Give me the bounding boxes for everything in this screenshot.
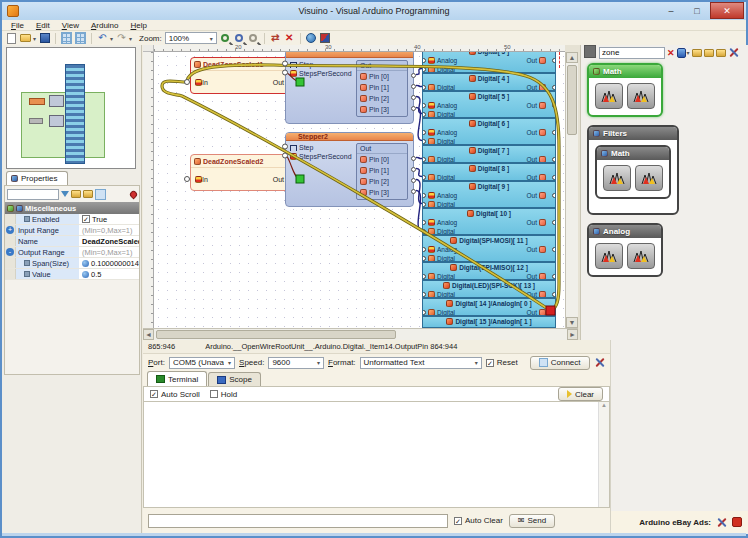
output-pin[interactable] bbox=[552, 130, 556, 135]
output-pin[interactable] bbox=[411, 95, 416, 100]
output-pin[interactable] bbox=[552, 193, 556, 198]
property-value[interactable]: 0.1000000014901 bbox=[80, 258, 139, 268]
property-row[interactable]: Value0.5 bbox=[5, 269, 139, 280]
reset-checkbox[interactable]: ✓ Reset bbox=[486, 358, 518, 367]
expand-icon[interactable]: + bbox=[6, 226, 14, 234]
close-button[interactable]: ✕ bbox=[710, 2, 744, 19]
group-header[interactable]: Filters bbox=[589, 127, 677, 140]
channel-block[interactable]: Digital[ 3 ]AnalogOutDigital bbox=[422, 52, 556, 73]
component-search-input[interactable] bbox=[599, 47, 665, 59]
format-select[interactable]: Unformatted Text ▾ bbox=[360, 357, 482, 369]
input-pin[interactable] bbox=[422, 310, 426, 315]
zoom-select[interactable]: 100% ▾ bbox=[165, 32, 217, 44]
scroll-up-button[interactable]: ▲ bbox=[599, 402, 609, 408]
channel-block[interactable]: Digital[ 9 ]AnalogOutDigital bbox=[422, 181, 556, 208]
channel-block[interactable]: Digital[ 10 ]AnalogOutDigital bbox=[422, 208, 556, 235]
property-row[interactable]: Enabled✓True bbox=[5, 214, 139, 225]
menu-edit[interactable]: Edit bbox=[31, 21, 55, 30]
auto-clear-checkbox[interactable]: ✓ Auto Clear bbox=[454, 516, 503, 525]
component-tile[interactable] bbox=[595, 243, 623, 269]
property-row[interactable]: Span(Size)0.1000000014901 bbox=[5, 258, 139, 269]
block-header[interactable]: DeadZoneScaled1 bbox=[191, 58, 297, 71]
input-pin[interactable] bbox=[185, 177, 190, 182]
undo-icon[interactable]: ↶ bbox=[97, 33, 108, 44]
input-pin[interactable] bbox=[422, 292, 426, 297]
component-tile[interactable] bbox=[595, 83, 623, 109]
channel-block[interactable]: Digital[ 5 ]AnalogOutDigital bbox=[422, 91, 556, 118]
input-pin[interactable] bbox=[422, 67, 426, 72]
block-deadzonescaled1[interactable]: DeadZoneScaled1 In Out bbox=[190, 57, 298, 94]
tab-scope[interactable]: Scope bbox=[208, 372, 261, 386]
output-pin[interactable] bbox=[411, 167, 416, 172]
output-pin[interactable] bbox=[552, 58, 556, 63]
component-tile[interactable] bbox=[603, 165, 631, 191]
channel-block[interactable]: Digital[ 15 ]/AnalogIn[ 1 ] bbox=[422, 316, 556, 328]
output-pin[interactable] bbox=[552, 103, 556, 108]
redo-dropdown-icon[interactable]: ▾ bbox=[129, 35, 132, 42]
toggle-panels-icon[interactable] bbox=[61, 32, 72, 44]
zoom-out-icon[interactable] bbox=[235, 34, 243, 42]
output-pin[interactable] bbox=[411, 189, 416, 194]
expand-all-icon[interactable] bbox=[71, 190, 81, 198]
channel-block[interactable]: Digital(SPI-MOSI)[ 11 ]AnalogOutDigital bbox=[422, 235, 556, 262]
block-header[interactable]: DeadZoneScaled2 bbox=[191, 155, 297, 168]
output-pin[interactable] bbox=[411, 178, 416, 183]
block-deadzonescaled2[interactable]: DeadZoneScaled2 In Out bbox=[190, 154, 298, 191]
terminal-scrollbar[interactable]: ▲ bbox=[598, 402, 609, 507]
save-project-icon[interactable] bbox=[40, 33, 50, 43]
tab-properties[interactable]: Properties bbox=[6, 171, 68, 185]
input-pin[interactable] bbox=[422, 157, 426, 162]
toolbox-settings-icon[interactable] bbox=[728, 47, 739, 58]
diagram-area[interactable]: DeadZoneScaled1 In Out StepStepsPerSecon… bbox=[154, 52, 565, 328]
property-row[interactable]: -Output Range(Min=0,Max=1) bbox=[5, 247, 139, 258]
channel-block[interactable]: Digital(LED)(SPI-SCK)[ 13 ]DigitalOut bbox=[422, 280, 556, 298]
property-filter-input[interactable] bbox=[7, 189, 59, 200]
maximize-button[interactable]: □ bbox=[684, 2, 710, 19]
input-pin[interactable] bbox=[422, 247, 426, 252]
input-pin[interactable] bbox=[422, 202, 426, 207]
output-pin[interactable] bbox=[552, 292, 556, 297]
block-title-bar[interactable]: Stepper2 bbox=[286, 133, 413, 141]
sync-icon[interactable]: ⇄ bbox=[270, 33, 281, 44]
package-icon[interactable] bbox=[320, 33, 330, 43]
property-row[interactable]: +Input Range(Min=0,Max=1) bbox=[5, 225, 139, 236]
send-button[interactable]: ✉ Send bbox=[509, 514, 555, 528]
input-pin[interactable] bbox=[422, 175, 426, 180]
delete-icon[interactable]: ✕ bbox=[284, 33, 295, 44]
open-dropdown-icon[interactable]: ▾ bbox=[33, 35, 36, 42]
overview-thumbnail[interactable] bbox=[6, 47, 136, 169]
speed-select[interactable]: 9600 ▾ bbox=[268, 357, 324, 369]
menu-arduino[interactable]: Arduino bbox=[86, 21, 124, 30]
component-tile[interactable] bbox=[627, 83, 655, 109]
channel-block[interactable]: Digital[ 7 ]DigitalOut bbox=[422, 145, 556, 163]
filter-view-icon[interactable] bbox=[677, 48, 686, 58]
menu-file[interactable]: File bbox=[6, 21, 29, 30]
component-group-analog[interactable]: Analog bbox=[587, 223, 663, 277]
scroll-up-button[interactable]: ▲ bbox=[566, 52, 578, 63]
checkbox-checked-icon[interactable]: ✓ bbox=[82, 215, 90, 223]
menu-view[interactable]: View bbox=[57, 21, 84, 30]
vertical-scrollbar[interactable]: ▲ ▼ bbox=[565, 52, 578, 328]
horizontal-scroll-thumb[interactable] bbox=[156, 330, 396, 339]
value-editor-icon[interactable] bbox=[82, 260, 89, 267]
channel-block[interactable]: Digital[ 14 ]/AnalogIn[ 0 ]DigitalOut bbox=[422, 298, 556, 316]
property-value[interactable]: ✓True bbox=[80, 214, 139, 224]
channel-block[interactable]: Digital[ 6 ]AnalogOutDigital bbox=[422, 118, 556, 145]
undo-dropdown-icon[interactable]: ▾ bbox=[110, 35, 113, 42]
category-folder-icon[interactable] bbox=[716, 49, 726, 57]
menu-help[interactable]: Help bbox=[126, 21, 152, 30]
output-pin[interactable] bbox=[552, 157, 556, 162]
scroll-right-button[interactable]: ► bbox=[567, 329, 578, 340]
input-pin[interactable] bbox=[422, 112, 426, 117]
property-row[interactable]: NameDeadZoneScaled1 bbox=[5, 236, 139, 247]
output-pin[interactable] bbox=[552, 310, 556, 315]
input-pin[interactable] bbox=[422, 103, 426, 108]
input-pin[interactable] bbox=[422, 139, 426, 144]
input-pin[interactable] bbox=[422, 130, 426, 135]
layout-toggle-icon[interactable] bbox=[95, 189, 106, 200]
collapse-all-icon[interactable] bbox=[83, 190, 93, 198]
value-editor-icon[interactable] bbox=[82, 271, 89, 278]
filter-dropdown-icon[interactable]: ▾ bbox=[687, 49, 690, 56]
input-pin[interactable] bbox=[422, 256, 426, 261]
component-group-math[interactable]: Math bbox=[587, 63, 663, 117]
